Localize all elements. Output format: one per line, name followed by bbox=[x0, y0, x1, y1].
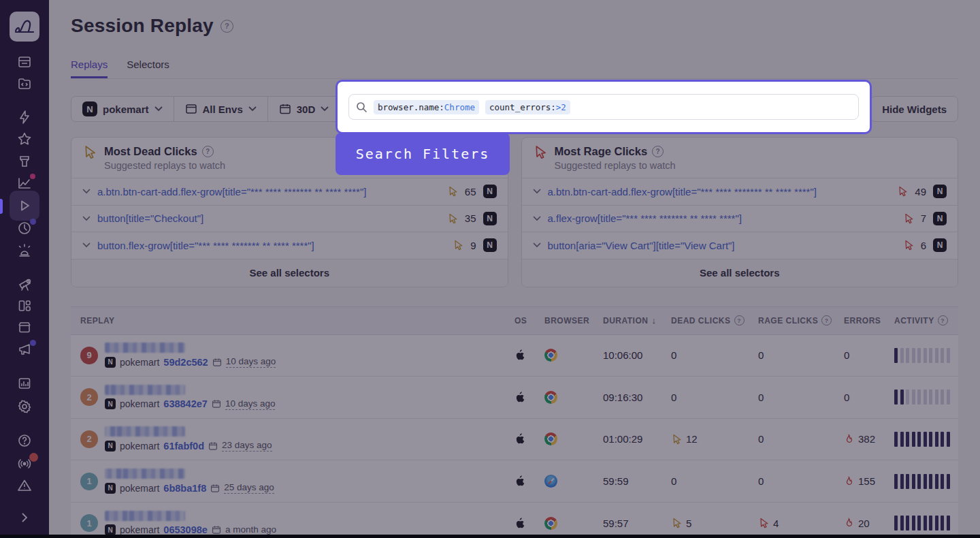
selector-link[interactable]: a.btn.btn-cart-add.flex-grow[title="*** … bbox=[548, 186, 891, 197]
live-activity-icon[interactable] bbox=[16, 456, 33, 471]
search-filter-chip[interactable]: count_errors:>2 bbox=[485, 100, 570, 114]
hide-widgets-button[interactable]: Hide Widgets bbox=[870, 96, 958, 122]
col-replay[interactable]: REPLAY bbox=[71, 316, 514, 326]
click-count: 9 bbox=[470, 240, 476, 251]
duration-cell: 10:06:00 bbox=[603, 349, 671, 361]
activity-bar bbox=[900, 390, 904, 405]
chevron-down-icon[interactable] bbox=[533, 242, 541, 248]
col-dead-clicks[interactable]: DEAD CLICKS? bbox=[671, 315, 758, 326]
activity-bars bbox=[894, 348, 950, 363]
expand-sidebar-icon[interactable] bbox=[18, 511, 31, 524]
project-selector[interactable]: N pokemart bbox=[71, 97, 174, 121]
activity-bar bbox=[947, 432, 950, 447]
replay-id-link[interactable]: 59d2c562 bbox=[163, 357, 208, 368]
code-folder-icon[interactable] bbox=[17, 76, 32, 91]
os-cell bbox=[514, 475, 544, 487]
activity-bar bbox=[935, 390, 938, 405]
replay-date[interactable]: 23 days ago bbox=[222, 440, 272, 452]
replay-id-link[interactable]: 61fabf0d bbox=[163, 441, 204, 452]
activity-bar bbox=[900, 516, 904, 531]
window-icon bbox=[185, 103, 197, 115]
page-title: Session Replay bbox=[71, 15, 214, 37]
replay-id-link[interactable]: 0653098e bbox=[163, 524, 208, 535]
environment-selector[interactable]: All Envs bbox=[174, 97, 267, 121]
col-os[interactable]: OS bbox=[514, 316, 544, 326]
chevron-down-icon[interactable] bbox=[82, 189, 91, 194]
table-row[interactable]: 9 N pokemart 59d2c562 10 days ago 10:06:… bbox=[71, 335, 958, 377]
selector-row[interactable]: button[aria="View Cart"][title="View Car… bbox=[522, 232, 958, 259]
selector-row[interactable]: button.flex-grow[title="*** **** *******… bbox=[71, 232, 508, 259]
replay-date[interactable]: 10 days ago bbox=[225, 398, 276, 410]
selector-link[interactable]: a.btn.btn-cart-add.flex-grow[title="*** … bbox=[97, 186, 440, 197]
activity-bar bbox=[900, 348, 904, 363]
selector-link[interactable]: button.flex-grow[title="*** **** *******… bbox=[97, 240, 446, 251]
errors-cell: 20 bbox=[844, 518, 894, 529]
rage-clicks-cell: 4 bbox=[758, 518, 844, 529]
archive-icon[interactable] bbox=[17, 319, 32, 334]
selector-row[interactable]: a.btn.btn-cart-add.flex-grow[title="*** … bbox=[71, 178, 508, 205]
help-icon[interactable]: ? bbox=[938, 315, 948, 326]
chevron-down-icon[interactable] bbox=[82, 216, 91, 221]
replay-id-link[interactable]: 638842e7 bbox=[163, 398, 208, 409]
selector-row[interactable]: button[title="Checkout"] 35 N bbox=[71, 205, 508, 232]
see-all-selectors-button[interactable]: See all selectors bbox=[71, 259, 508, 287]
selector-row[interactable]: a.btn.btn-cart-add.flex-grow[title="*** … bbox=[522, 178, 958, 205]
help-icon[interactable] bbox=[17, 433, 32, 448]
star-icon[interactable] bbox=[17, 131, 32, 146]
activity-bar bbox=[924, 390, 927, 405]
page-help-icon[interactable]: ? bbox=[220, 20, 233, 33]
chevron-down-icon[interactable] bbox=[533, 189, 541, 194]
col-activity[interactable]: ACTIVITY? bbox=[894, 315, 958, 326]
announcements-icon[interactable] bbox=[17, 342, 32, 357]
replay-date[interactable]: 25 days ago bbox=[224, 482, 274, 494]
database-icon[interactable] bbox=[17, 54, 32, 69]
alerts-icon[interactable] bbox=[17, 478, 32, 493]
table-row[interactable]: 2 N pokemart 638842e7 10 days ago 09:16:… bbox=[71, 377, 958, 419]
search-filter-chip[interactable]: browser.name:Chrome bbox=[374, 100, 479, 114]
chevron-down-icon[interactable] bbox=[82, 242, 91, 248]
col-errors[interactable]: ERRORS bbox=[844, 316, 894, 326]
activity-bar bbox=[906, 432, 909, 447]
col-duration[interactable]: DURATION↓ bbox=[603, 315, 671, 326]
filter-segment-group: N pokemart All Envs 30D bbox=[71, 96, 340, 122]
activity-bar bbox=[917, 432, 921, 447]
click-count: 49 bbox=[915, 186, 926, 197]
sidebar bbox=[0, 0, 49, 538]
settings-icon[interactable] bbox=[17, 399, 32, 414]
tab-replays[interactable]: Replays bbox=[71, 59, 108, 78]
table-row[interactable]: 2 N pokemart 61fabf0d 23 days ago 01:00:… bbox=[71, 419, 958, 461]
activity-bar bbox=[900, 474, 904, 489]
table-row[interactable]: 1 N pokemart 6b8ba1f8 25 days ago 59:59 … bbox=[71, 460, 958, 503]
error-tracking-icon[interactable] bbox=[17, 242, 32, 257]
replay-id-link[interactable]: 6b8ba1f8 bbox=[163, 483, 206, 494]
app-logo[interactable] bbox=[10, 12, 39, 42]
col-rage-clicks[interactable]: RAGE CLICKS? bbox=[758, 315, 844, 326]
session-replay-icon[interactable] bbox=[17, 198, 32, 213]
selector-link[interactable]: a.flex-grow[title="*** **** ******* ** *… bbox=[548, 212, 896, 224]
click-cursor-icon bbox=[758, 518, 769, 528]
trends-icon[interactable] bbox=[17, 176, 32, 191]
widget-title: Most Dead Clicks bbox=[104, 145, 197, 158]
selector-row[interactable]: a.flex-grow[title="*** **** ******* ** *… bbox=[522, 205, 958, 232]
table-row[interactable]: 1 N pokemart 0653098e a month ago 59:57 … bbox=[71, 503, 958, 538]
selector-link[interactable]: button[title="Checkout"] bbox=[97, 212, 440, 224]
filter-chips: browser.name:Chromecount_errors:>2 bbox=[374, 100, 570, 114]
selector-link[interactable]: button[aria="View Cart"][title="View Car… bbox=[548, 240, 896, 251]
telescope-icon[interactable] bbox=[17, 277, 32, 292]
tab-selectors[interactable]: Selectors bbox=[127, 59, 169, 78]
help-icon[interactable]: ? bbox=[734, 315, 745, 326]
col-browser[interactable]: BROWSER bbox=[544, 316, 603, 326]
date-range-selector[interactable]: 30D bbox=[267, 97, 340, 121]
click-count: 6 bbox=[921, 240, 926, 251]
replay-date[interactable]: 10 days ago bbox=[226, 356, 276, 368]
widget-help-icon[interactable]: ? bbox=[202, 146, 214, 157]
see-all-selectors-button[interactable]: See all selectors bbox=[522, 259, 958, 287]
search-input[interactable]: browser.name:Chromecount_errors:>2 bbox=[348, 94, 859, 120]
dashboards-icon[interactable] bbox=[17, 298, 32, 313]
reports-icon[interactable] bbox=[17, 376, 32, 391]
flashlight-icon[interactable] bbox=[17, 154, 32, 169]
help-icon[interactable]: ? bbox=[821, 315, 832, 326]
chevron-down-icon[interactable] bbox=[533, 216, 541, 221]
history-icon[interactable] bbox=[17, 221, 32, 236]
lightning-icon[interactable] bbox=[17, 110, 32, 125]
